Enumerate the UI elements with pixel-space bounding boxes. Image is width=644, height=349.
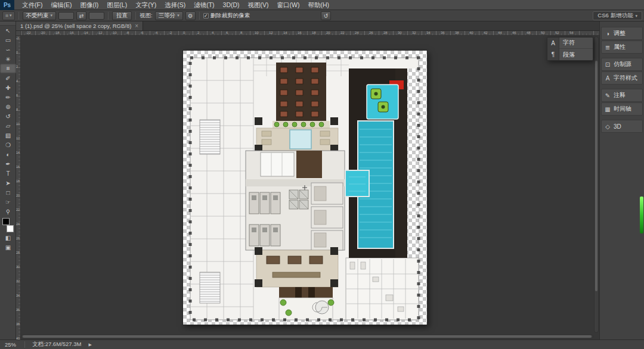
crop-tool[interactable]: ⌗	[0, 64, 16, 73]
timeline-label: 时间轴	[614, 105, 631, 113]
ruler-number: 8	[16, 108, 18, 112]
menu-view[interactable]: 视图(V)	[244, 0, 273, 10]
ruler-number: 16	[298, 31, 302, 35]
menu-file[interactable]: 文件(F)	[18, 0, 47, 10]
swap-dimensions-button[interactable]: ⇄	[76, 11, 86, 20]
panel-paragraph[interactable]: ¶段落	[547, 49, 593, 60]
straighten-button[interactable]: 拉直	[112, 11, 132, 20]
document[interactable]	[183, 51, 427, 325]
menu-image[interactable]: 图像(I)	[76, 0, 103, 10]
threed-icon: ◇	[602, 123, 614, 130]
crop-width-input[interactable]	[58, 12, 74, 20]
chevron-down-icon: ▾	[51, 13, 53, 18]
panel-clone-source[interactable]: ⊡仿制源	[601, 58, 643, 71]
panel-timeline[interactable]: ▦时间轴	[601, 102, 643, 116]
tools-bottom: ◧▣	[0, 233, 16, 252]
restaurant	[276, 63, 326, 121]
zoom-level-field[interactable]: 25%	[5, 341, 25, 348]
ruler-number: 18	[16, 179, 20, 183]
screen-mode-button[interactable]: ▣	[0, 242, 16, 252]
vertical-scrollbar[interactable]	[594, 36, 599, 333]
eyedropper-tool[interactable]: ✐	[0, 73, 16, 83]
ruler-number: 36	[441, 31, 445, 35]
ruler-origin[interactable]	[16, 31, 21, 36]
collapsed-type-panels: A字符¶段落	[547, 37, 593, 61]
tab-close-icon[interactable]: ×	[135, 23, 138, 29]
tools-panel-grip[interactable]	[0, 21, 16, 26]
panel-character-styles[interactable]: A字符样式	[601, 71, 643, 85]
status-flyout-arrow[interactable]: ▶	[88, 342, 91, 347]
ruler-number: -18	[54, 31, 60, 35]
notes-label: 注释	[614, 91, 626, 99]
gradient-tool[interactable]: ▧	[0, 130, 16, 140]
character-styles-icon: A	[602, 75, 614, 82]
delete-cropped-pixels-checkbox[interactable]: ✓ 删除裁剪的像素	[203, 12, 250, 20]
crop-ratio-value: 不受约束	[26, 12, 49, 20]
ruler-number: -12	[97, 31, 103, 35]
panel-notes[interactable]: ✎注释	[601, 89, 643, 102]
ruler-vertical[interactable]: -20246810121416182022242628303234363840	[16, 36, 21, 339]
separator	[108, 12, 109, 20]
menu-3d[interactable]: 3D(D)	[219, 0, 244, 10]
move-tool[interactable]: ↖	[0, 26, 16, 35]
ruler-number: 44	[498, 31, 502, 35]
ruler-number: -2	[169, 31, 172, 35]
path-selection-tool[interactable]: ➤	[0, 178, 16, 188]
overlay-view-value: 三等分	[159, 12, 176, 20]
tool-preset-picker[interactable]: ⌗ ▾	[2, 11, 15, 20]
zoom-tool[interactable]: ⚲	[0, 207, 16, 216]
ruler-number: 52	[555, 31, 559, 35]
crop-options-gear-button[interactable]: ⚙	[185, 11, 196, 20]
ruler-number: 34	[16, 294, 20, 298]
menu-window[interactable]: 窗口(W)	[273, 0, 304, 10]
lasso-tool[interactable]: ∽	[0, 45, 16, 54]
ruler-number: 38	[455, 31, 459, 35]
overlay-view-dropdown[interactable]: 三等分 ▾	[155, 11, 183, 20]
vertical-scrollbar-thumb[interactable]	[595, 61, 597, 291]
menu-type[interactable]: 文字(Y)	[131, 0, 160, 10]
menu-edit[interactable]: 编辑(E)	[47, 0, 76, 10]
plunge-pool	[345, 170, 369, 197]
menu-filter[interactable]: 滤镜(T)	[190, 0, 218, 10]
clone-stamp-tool[interactable]: ⊛	[0, 102, 16, 111]
type-tool[interactable]: T	[0, 169, 16, 178]
crop-height-input[interactable]	[89, 12, 104, 20]
reset-button[interactable]: ↺	[321, 11, 331, 20]
healing-brush-tool[interactable]: ✚	[0, 83, 16, 92]
ruler-horizontal[interactable]: -22-20-18-16-14-12-10-8-6-4-202468101214…	[21, 31, 599, 36]
crop-ratio-dropdown[interactable]: 不受约束 ▾	[23, 11, 57, 20]
workspace-switcher-button[interactable]: CS6 新增功能 ▾	[593, 11, 642, 20]
marquee-tool[interactable]: ▭	[0, 35, 16, 45]
history-brush-tool[interactable]: ↺	[0, 111, 16, 121]
foreground-color-swatch[interactable]	[2, 218, 10, 225]
horizontal-scrollbar[interactable]	[21, 334, 593, 339]
canvas-area[interactable]: -20246810121416182022242628303234363840	[16, 36, 599, 339]
eraser-tool[interactable]: ▱	[0, 121, 16, 130]
shape-tool[interactable]: □	[0, 188, 16, 197]
panel-properties[interactable]: ≣属性	[601, 40, 643, 54]
color-ramp-slider[interactable]	[640, 197, 643, 233]
menu-layer[interactable]: 图层(L)	[103, 0, 131, 10]
quick-mask-button[interactable]: ◧	[0, 233, 16, 242]
dodge-tool[interactable]: ◐	[0, 149, 16, 159]
brush-tool[interactable]: ✏	[0, 92, 16, 102]
character-styles-label: 字符样式	[614, 74, 637, 82]
hand-tool[interactable]: ☞	[0, 197, 16, 207]
workspace: ↖▭∽✳⌗✐✚✏⊛↺▱▧❍◐✒T➤□☞⚲ ◧▣ 1 (1).psd @ 25% …	[0, 21, 644, 339]
horizontal-scrollbar-thumb[interactable]	[23, 335, 592, 338]
ruler-number: 4	[16, 79, 18, 83]
blur-tool[interactable]: ❍	[0, 140, 16, 149]
pool-deck	[345, 68, 407, 258]
pen-tool[interactable]: ✒	[0, 159, 16, 169]
panel-adjustments[interactable]: ◑调整	[601, 27, 643, 40]
ruler-number: 42	[484, 31, 488, 35]
menu-select[interactable]: 选择(S)	[160, 0, 190, 10]
quick-selection-tool[interactable]: ✳	[0, 54, 16, 64]
panel-character[interactable]: A字符	[547, 38, 593, 49]
document-tab[interactable]: 1 (1).psd @ 25% (sell space 2 copy, RGB/…	[16, 21, 143, 30]
ruler-number: 12	[16, 136, 20, 141]
panel-threed[interactable]: ◇3D	[601, 120, 643, 133]
ruler-number: 14	[16, 151, 20, 155]
menu-help[interactable]: 帮助(H)	[304, 0, 334, 10]
background-color-swatch[interactable]	[7, 225, 14, 232]
